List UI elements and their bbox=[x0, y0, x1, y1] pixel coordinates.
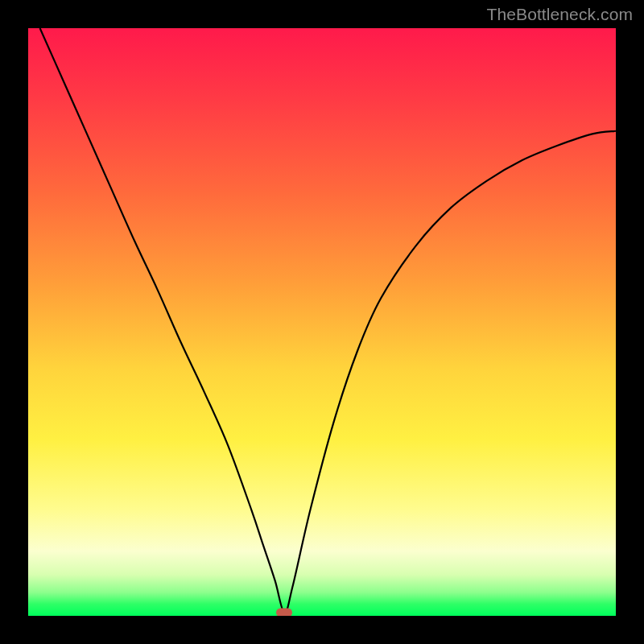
plot-area bbox=[28, 28, 616, 616]
chart-frame: TheBottleneck.com bbox=[0, 0, 644, 644]
bottleneck-curve-path bbox=[40, 28, 616, 613]
minimum-marker bbox=[276, 609, 292, 616]
curve-svg bbox=[28, 28, 616, 616]
watermark-text: TheBottleneck.com bbox=[487, 5, 633, 24]
